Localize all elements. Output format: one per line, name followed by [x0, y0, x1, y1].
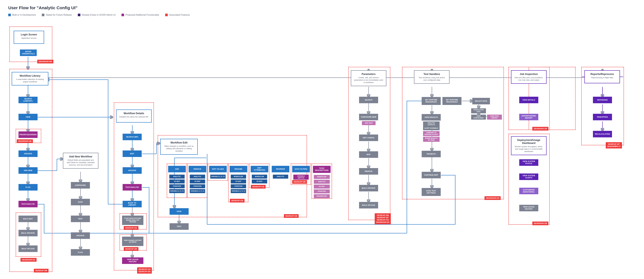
sub-rm-iomap[interactable]: I/O Map [190, 180, 205, 184]
node-lib-view[interactable]: VIEW [18, 114, 38, 120]
heading-dash: Deployment/Usage Dashboard Monitor syste… [511, 136, 546, 155]
node-addnew-flag[interactable]: FLAG [71, 249, 90, 256]
sub-add-var[interactable]: Variable (I, O, C) [169, 189, 185, 193]
sub-ev-var[interactable]: Variable (I, O, C) [210, 174, 226, 178]
node-dash-status[interactable]: VIEW SYSTEM STATUS [519, 159, 538, 166]
node-param-search[interactable]: SEARCH [359, 97, 378, 103]
heading-desc: Default fields pre-populated and add'l f… [66, 159, 96, 166]
node-lib-prioritize[interactable]: PRIORITIZE/ORDER [18, 132, 38, 138]
node-sb-continue[interactable]: CONTINUE EDIT [422, 172, 441, 178]
legend-sw-exists [78, 14, 80, 16]
heading-desc: A searchable collection of existing engi… [15, 78, 46, 83]
node-details-edit[interactable]: EDIT [123, 150, 142, 157]
node-dash-usagehist[interactable]: VIEW USAGE HISTORY [519, 205, 538, 211]
node-addnew-save[interactable]: SAVE [71, 199, 90, 205]
node-jobs-export[interactable]: EXPORT/SHARE REPORT [519, 114, 538, 120]
node-param-bulkarchive[interactable]: BULK ARCHIVE [359, 185, 378, 192]
legend-sw-assoc [165, 14, 168, 16]
node-sb-setrr2[interactable]: SET RUNTIME RESOURCES [442, 97, 462, 105]
node-sb-outputs[interactable]: Analytic Outputs [423, 122, 440, 126]
node-param-addtags[interactable]: Add Tags [362, 121, 376, 125]
node-addnew-archive[interactable]: ARCHIVE [71, 232, 90, 239]
node-lib-bulkedit[interactable]: BULK EDIT [18, 216, 38, 222]
node-lib-addnew[interactable]: ADD NEW [18, 167, 38, 174]
node-sb-compare[interactable]: Compare to Original/Latest [423, 131, 440, 136]
heading-title: Parameters [354, 73, 384, 76]
heading-desc: Test workflows using real and/or user co… [417, 76, 446, 81]
node-param-bulkupload[interactable]: BULK UPLOAD [359, 202, 378, 208]
node-lib-flag[interactable]: FLAG [18, 184, 38, 190]
node-sb-setrr[interactable]: SET RUNTIME RESOURCES [422, 97, 441, 105]
sub-td-iomap[interactable]: I/O Map [314, 184, 330, 188]
sub-td-params[interactable]: Parameters [314, 194, 330, 198]
heading-jobs: Job Inspection View and filter jobs succ… [511, 70, 546, 84]
node-details-changehist[interactable]: VIEW CHANGE HISTORY (IO Maps) [122, 236, 144, 246]
sub-df-varinputs[interactable]: Variable (Inputs) [293, 174, 309, 180]
sub-td-iter[interactable]: Iteration [314, 190, 330, 194]
node-details-usage[interactable]: VIEW USAGE HISTORY [122, 258, 144, 264]
node-details-search[interactable]: SEARCH (WF) [123, 134, 142, 140]
node-details-flowview[interactable]: FLOW VIEW Outcome Based Analytic Tracing [122, 216, 144, 225]
node-addnew-configure[interactable]: CONFIGURE [71, 182, 90, 188]
node-edit-reorder[interactable]: REORDER [272, 166, 289, 172]
sub-rn-var[interactable]: Variable (I, O, C) [231, 189, 246, 193]
node-edit-test[interactable]: TEST [170, 223, 189, 230]
node-lib-archive[interactable]: ARCHIVE [18, 150, 38, 157]
node-rep-remap[interactable]: REMAPPING [593, 114, 612, 120]
tag-login: GEADSOAR-105 [37, 60, 53, 64]
node-addnew-test[interactable]: TEST [71, 216, 90, 222]
tag-changehist: GEADCAF-105 [124, 247, 138, 251]
sub-ro-analytic[interactable]: Analytic [273, 174, 288, 178]
node-rep-reparse[interactable]: REPARSING [593, 97, 612, 103]
node-dash-custommon[interactable]: CUSTOMIZED MONITORING [519, 188, 538, 194]
node-sb-view[interactable]: VIEW RESULTS [422, 114, 441, 120]
node-lib-test[interactable]: TEST/ANALYZE [18, 201, 38, 207]
node-dash-alerts[interactable]: VIEW SYSTEM ALERTS [519, 174, 538, 180]
tag-edit-118: GEADCAF-118 [251, 185, 266, 188]
legend: Built or In Development Slated for Futur… [8, 14, 190, 16]
heading-reports: Reports/Reprocess Reprocessing of flight… [584, 70, 620, 83]
node-lib-search[interactable]: SEARCH (Library) [18, 97, 38, 103]
node-param-configure[interactable]: CONFIGURE NEW [359, 114, 378, 120]
tag-bulk: GEADSOAR-141 [20, 258, 36, 262]
node-edit-save[interactable]: SAVE [170, 208, 189, 215]
sub-rn-iomap[interactable]: I/O Map [231, 180, 246, 184]
node-sb-userlib[interactable]: User Data Library [487, 114, 502, 120]
sub-td-analytic[interactable]: Analytic [314, 180, 330, 184]
tag-sandbox-group: GEADSOAR-115 [484, 196, 500, 200]
sub-td-workflow[interactable]: Workflow [314, 175, 330, 179]
node-enter-credentials[interactable]: ENTER CREDENTIALS [20, 50, 37, 56]
heading-title: Workflow Library [15, 74, 46, 77]
node-rep-recalc[interactable]: RECALCULATING [593, 131, 612, 137]
sub-add-iter[interactable]: Iteration [169, 184, 185, 188]
node-sb-promote[interactable]: PROMOTE [422, 151, 441, 157]
node-details-test[interactable]: TEST/ANALYZE [123, 184, 142, 190]
node-details-back[interactable]: BACK TO LIBRARY [123, 201, 142, 207]
node-details-archive[interactable]: ARCHIVE [123, 167, 142, 174]
sub-rn-iter[interactable]: Iteration [231, 184, 246, 188]
node-param-editconfig[interactable]: EDIT CONFIG [359, 134, 378, 141]
sub-ea-iomap[interactable]: I/O Map [252, 180, 267, 184]
sub-rn-wf[interactable]: Workflow [231, 174, 246, 178]
node-sb-share[interactable]: Share Results w/ Team [423, 137, 440, 142]
node-lib-bulkupload[interactable]: BULK UPLOAD [18, 246, 38, 252]
node-param-map[interactable]: MAP [359, 151, 378, 158]
heading-edit: Workflow Edit Make changes to workflow, … [160, 139, 198, 155]
sub-rm-iter[interactable]: Iteration [190, 184, 205, 188]
heading-title: Test Sandbox [417, 73, 446, 76]
node-sb-userconf[interactable]: User Configured [471, 114, 486, 120]
node-sb-savesettings[interactable]: SAVE TEST SETTINGS [422, 188, 441, 196]
node-lib-bulkarchive[interactable]: BULK ARCHIVE [18, 230, 38, 236]
node-sb-prod[interactable]: Production Data [471, 108, 486, 113]
sub-add-iomap[interactable]: I/O Map [169, 180, 185, 184]
node-jobs-viewdetails[interactable]: VIEW DETAILS [519, 97, 538, 103]
heading-desc: View and filter jobs success/failure. Li… [514, 76, 544, 81]
sub-add-analytic[interactable]: Analytic [169, 174, 185, 178]
sub-ea-wf[interactable]: Workflow [252, 174, 267, 178]
node-sb-selectdata[interactable]: SELECT DATA [472, 98, 490, 104]
sub-rm-analytic[interactable]: Analytic [190, 174, 205, 178]
node-sb-alert[interactable]: Alert Channels [423, 126, 440, 130]
heading-addnew: Add New Workflow Default fields pre-popu… [63, 153, 98, 169]
sub-rm-var[interactable]: Variable (I, O, C) [190, 189, 205, 193]
node-param-remove[interactable]: REMOVE [359, 168, 378, 174]
